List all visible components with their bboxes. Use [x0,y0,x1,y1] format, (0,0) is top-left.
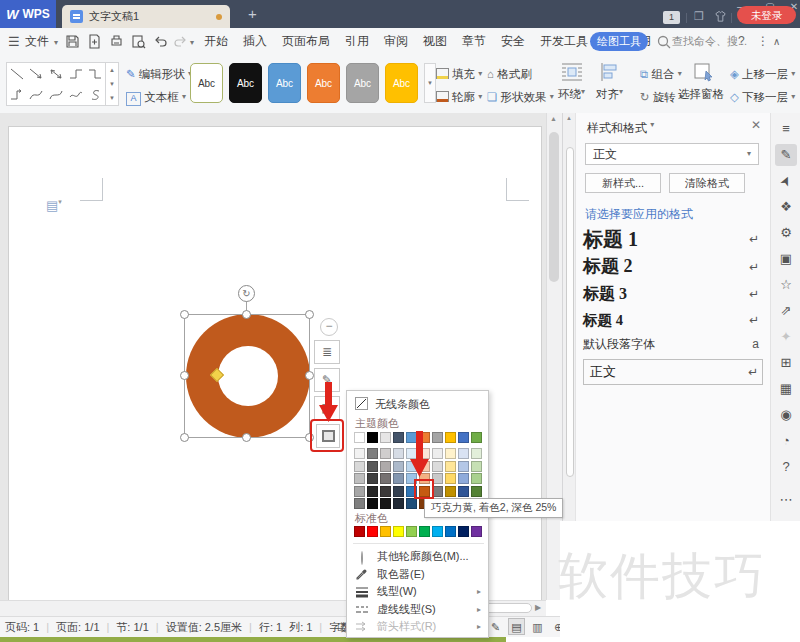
shape-elbow-icon[interactable] [66,63,86,84]
format-painter-button[interactable]: ⌂ 格式刷 [487,63,532,85]
scroll-up-arrow-icon[interactable]: ▲ [550,115,557,122]
theme-tint-swatch[interactable] [458,486,469,497]
properties-icon[interactable]: ⚙ [775,222,797,244]
undo-icon[interactable] [152,33,169,50]
panel-scroll-thumb[interactable] [566,147,574,477]
shape-style-1[interactable]: Abc [190,63,223,103]
outline-button[interactable]: 轮廓 ▾ [436,86,482,108]
login-button[interactable]: 未登录 [737,6,796,24]
current-style-select[interactable]: 正文▾ [585,143,759,165]
more-icon[interactable]: ⋯ [775,489,797,511]
collapse-quickbar-button[interactable]: − [320,318,338,336]
theme-color-swatch[interactable] [367,432,378,443]
theme-tint-swatch[interactable] [445,448,456,459]
theme-tint-swatch[interactable] [458,473,469,484]
picture-icon[interactable]: ▦ [775,378,797,400]
assistant-icon[interactable]: ✦ [775,326,797,348]
panel-scrollbar[interactable]: ▲ [563,113,576,521]
theme-tint-swatch[interactable] [367,486,378,497]
shape-gallery[interactable] [6,62,106,106]
style-item-标题4[interactable]: 标题 4↵ [583,307,763,333]
menu-item-章节[interactable]: 章节 [462,33,486,50]
shape-gallery-scroll[interactable]: ▲▼▼ [106,62,119,106]
theme-tint-swatch[interactable] [445,461,456,472]
shape-elbow-arrow-icon[interactable] [7,84,27,105]
drawing-tools-tab[interactable]: 绘图工具 [590,32,648,51]
shape-squiggle-icon[interactable] [66,84,86,105]
scroll-up-icon[interactable]: ▲ [109,67,115,73]
hamburger-icon[interactable]: ☰ [8,28,20,55]
group-button[interactable]: ⧉ 组合 ▾ [640,63,682,85]
style-item-标题2[interactable]: 标题 2↵ [583,253,763,280]
outline-view-icon[interactable]: ▥ [529,618,546,635]
search-input[interactable]: 查找命令、搜... [672,28,747,55]
theme-tint-swatch[interactable] [354,461,365,472]
theme-tint-swatch[interactable] [393,448,404,459]
fill-button[interactable]: 填充 ▾ [436,63,482,85]
edit-shape-button[interactable]: ✎ 编辑形状 ▾ [126,63,192,85]
text-frame-icon[interactable]: ⊞ [775,352,797,374]
resize-handle-e[interactable] [305,371,314,380]
theme-tint-swatch[interactable] [471,486,482,497]
skin-icon[interactable] [714,10,727,23]
standard-color-swatch[interactable] [445,526,456,537]
theme-tint-swatch[interactable] [367,461,378,472]
theme-tint-swatch[interactable] [471,461,482,472]
theme-tint-swatch[interactable] [380,448,391,459]
menu-item-安全[interactable]: 安全 [501,33,525,50]
panel-close-icon[interactable]: ✕ [751,118,761,132]
shape-style-5[interactable]: Abc [346,63,379,103]
theme-tint-swatch[interactable] [445,473,456,484]
theme-tint-swatch[interactable] [471,448,482,459]
help-icon[interactable]: ? [775,456,797,478]
ink-tool-icon[interactable]: ✎ [487,618,504,635]
chevron-down-icon[interactable]: ▾ [650,120,654,129]
wps-logo[interactable]: WWPS [0,0,56,28]
image-gallery-icon[interactable]: ▣ [775,248,797,270]
coupon-icon[interactable]: ❒ [694,10,704,23]
menu-item-color-wheel[interactable]: 其他轮廓颜色(M)... [347,548,488,565]
menu-item-审阅[interactable]: 审阅 [384,33,408,50]
style-gallery-more-button[interactable]: ▼ [424,63,436,103]
standard-color-swatch[interactable] [380,526,391,537]
menu-item-页面布局[interactable]: 页面布局 [282,33,330,50]
new-style-button[interactable]: 新样式... [585,173,661,193]
theme-tint-swatch[interactable] [393,473,404,484]
resize-handle-s[interactable] [242,433,251,442]
theme-tint-swatch[interactable] [367,498,378,509]
theme-tint-swatch[interactable] [393,486,404,497]
bring-forward-button[interactable]: ◈ 上移一层 ▾ [730,63,795,85]
theme-color-swatch[interactable] [380,432,391,443]
theme-tint-swatch[interactable] [445,486,456,497]
shape-curve2-icon[interactable] [46,84,66,105]
page-view-icon[interactable]: ▤ [508,618,525,635]
standard-color-swatch[interactable] [458,526,469,537]
standard-color-swatch[interactable] [406,526,417,537]
shape-effects-button[interactable]: ❏ 形状效果 ▾ [487,86,554,108]
paste-options-button[interactable]: ▤▾ [46,198,62,213]
standard-color-swatch[interactable] [419,526,430,537]
resize-handle-n[interactable] [242,310,251,319]
menu-item-开发工具[interactable]: 开发工具 [540,33,588,50]
align-button[interactable]: 对齐▾ [596,87,623,102]
resize-handle-w[interactable] [180,371,189,380]
theme-tint-swatch[interactable] [354,448,365,459]
shape-style-4[interactable]: Abc [307,63,340,103]
theme-color-swatch[interactable] [393,432,404,443]
menu-item-视图[interactable]: 视图 [423,33,447,50]
send-backward-icon-button[interactable]: ◇ 下移一层 ▾ [730,86,795,108]
theme-tint-swatch[interactable] [380,473,391,484]
standard-color-swatch[interactable] [432,526,443,537]
print-icon[interactable] [108,33,125,50]
theme-color-swatch[interactable] [458,432,469,443]
scroll-right-arrow-icon[interactable]: ▶ [535,603,541,612]
menu-item-插入[interactable]: 插入 [243,33,267,50]
shape-style-3[interactable]: Abc [268,63,301,103]
menu-item-引用[interactable]: 引用 [345,33,369,50]
theme-color-swatch[interactable] [445,432,456,443]
theme-color-swatch[interactable] [354,432,365,443]
shape-style-6[interactable]: Abc [385,63,418,103]
text-box-button[interactable]: A 文本框 ▾ [126,86,186,108]
theme-tint-swatch[interactable] [354,486,365,497]
rotate-button[interactable]: ↻ 旋转 ▾ [640,86,683,108]
